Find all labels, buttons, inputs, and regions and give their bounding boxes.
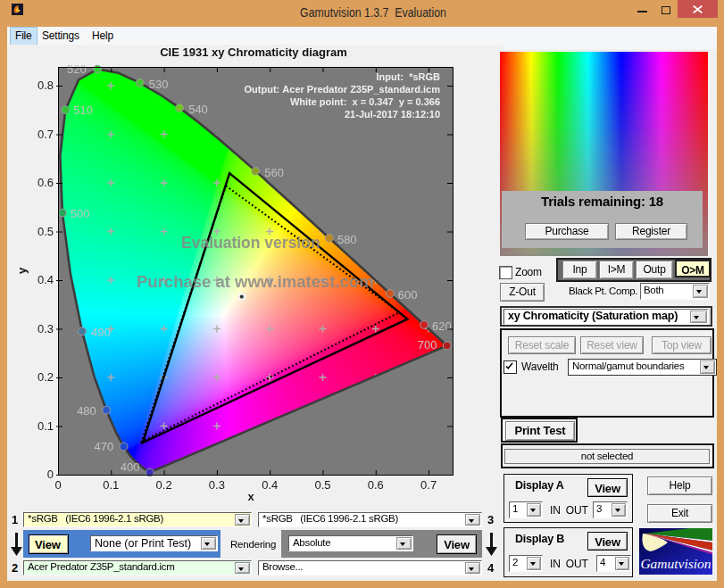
svg-text:Gamutvision: Gamutvision bbox=[640, 556, 711, 571]
